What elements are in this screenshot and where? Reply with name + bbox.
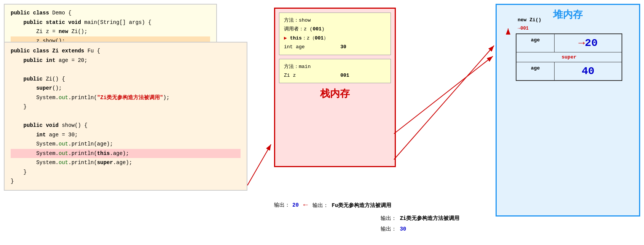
output-value-1: 20 xyxy=(292,200,299,210)
zi-line-8 xyxy=(11,112,241,121)
zi-line-7: } xyxy=(11,102,241,112)
code-area: public class Demo { public static void m… xyxy=(4,4,263,241)
heap-zi-age-value: →20 xyxy=(555,34,622,52)
output-right-1: 输出： Fu类无参构造方法被调用 xyxy=(312,200,391,211)
demo-line-3: Zi z = new Zi(); xyxy=(11,27,210,36)
show-intage-label: int age 30 xyxy=(284,43,386,51)
heap-fu-age-value: 40 xyxy=(555,62,622,80)
show-method-label: 方法：show xyxy=(284,16,386,25)
zi-line-6: System.out.println("Zi类无参构造方法被调用"); xyxy=(11,93,241,103)
heap-zi-age-label: age xyxy=(516,34,555,52)
zi-line-11: System.out.println(age); xyxy=(11,139,241,149)
zi-line-9: public void show() { xyxy=(11,121,241,130)
stack-box: 方法：show 调用者：z (001) ▶ this：z（001） int ag… xyxy=(274,8,396,167)
main-container: public class Demo { public static void m… xyxy=(0,0,644,245)
zi-line-14: } xyxy=(11,168,241,177)
zi-line-1: public class Zi extends Fu { xyxy=(11,46,241,56)
main-ziz-label: Zi z 001 xyxy=(284,71,386,80)
output-line-2: 输出： Zi类无参构造方法被调用 xyxy=(274,213,459,224)
heap-zi-age-num: 20 xyxy=(585,37,598,49)
heap-object: age →20 super age 40 xyxy=(516,33,622,81)
output-line-1: 输出： 20 ← 输出： Fu类无参构造方法被调用 xyxy=(274,198,459,213)
stack-frame-main: 方法：main Zi z 001 xyxy=(279,59,391,84)
heap-zi-age-row: age →20 xyxy=(516,34,622,52)
zi-line-5: super(); xyxy=(11,84,241,93)
heap-new-label: new Zi() xyxy=(518,17,541,23)
zi-line-2: public int age = 20; xyxy=(11,56,241,65)
heap-addr: 001 xyxy=(520,26,529,31)
demo-line-2: public static void main(String[] args) { xyxy=(11,18,210,27)
zi-line-15: } xyxy=(11,177,241,186)
stack-frame-show: 方法：show 调用者：z (001) ▶ this：z（001） int ag… xyxy=(279,13,391,55)
zi-class-box: public class Zi extends Fu { public int … xyxy=(4,42,247,191)
show-caller-label: 调用者：z (001) xyxy=(284,25,386,33)
zi-line-12: System.out.println(this.age); xyxy=(11,149,241,158)
output-line-3: 输出： 30 xyxy=(274,224,459,234)
stack-title: 栈内存 xyxy=(275,87,395,100)
output-arrow-1: ← xyxy=(303,198,308,213)
heap-area: 堆内存 new Zi() →001 age →20 super age 40 xyxy=(496,4,640,217)
heap-addr-arrow: →001 xyxy=(518,26,529,31)
zi-line-3 xyxy=(11,65,241,74)
zi-line-10: int age = 30; xyxy=(11,130,241,140)
zi-line-13: System.out.println(super.age); xyxy=(11,158,241,168)
output-label-1: 输出： xyxy=(274,200,290,210)
show-this-label: ▶ this：z（001） xyxy=(284,34,386,43)
main-method-label: 方法：main xyxy=(284,62,386,71)
output-area: 输出： 20 ← 输出： Fu类无参构造方法被调用 输出： Zi类无参构造方法被… xyxy=(274,198,459,234)
heap-super-label: super xyxy=(516,52,622,62)
demo-line-1: public class Demo { xyxy=(11,8,210,18)
zi-line-4: public Zi() { xyxy=(11,74,241,84)
heap-fu-age-row: age 40 xyxy=(516,62,622,80)
heap-fu-age-label: age xyxy=(516,62,555,80)
